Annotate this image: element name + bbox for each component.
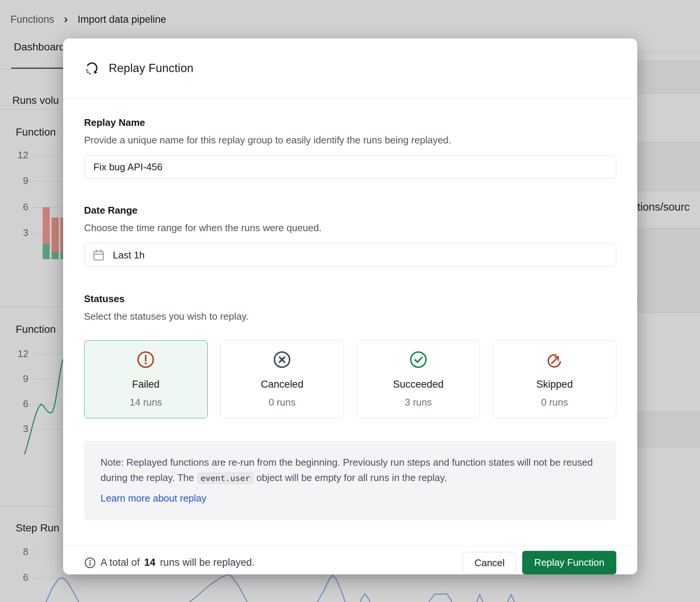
failed-exclamation-icon — [136, 350, 155, 369]
modal-body: Replay Name Provide a unique name for th… — [63, 99, 637, 546]
status-card-runs: 0 runs — [269, 397, 295, 408]
statuses-label: Statuses — [84, 293, 616, 305]
app-window: Functions › Import data pipeline Dashboa… — [0, 0, 700, 602]
replay-name-input[interactable] — [84, 155, 616, 179]
note-text: object will be empty for all runs in the… — [254, 472, 447, 483]
status-card-name: Succeeded — [393, 379, 443, 390]
date-range-description: Choose the time range for when the runs … — [84, 222, 616, 234]
date-range-value: Last 1h — [113, 249, 145, 261]
statuses-description: Select the statuses you wish to replay. — [84, 311, 616, 322]
replay-function-modal: Replay Function Replay Name Provide a un… — [63, 38, 637, 574]
status-card-name: Failed — [132, 379, 160, 390]
replay-name-label: Replay Name — [84, 117, 616, 128]
code-chip: event.user — [197, 472, 254, 484]
succeeded-check-icon — [409, 350, 428, 369]
learn-more-link[interactable]: Learn more about replay — [100, 491, 206, 506]
status-card-skipped[interactable]: Skipped 0 runs — [493, 340, 616, 418]
calendar-icon — [92, 248, 105, 262]
summary-count: 14 — [144, 557, 155, 568]
info-icon — [84, 557, 96, 569]
status-card-name: Skipped — [536, 379, 573, 390]
status-card-canceled[interactable]: Canceled 0 runs — [220, 340, 344, 418]
status-card-succeeded[interactable]: Succeeded 3 runs — [357, 340, 480, 418]
modal-title: Replay Function — [109, 62, 193, 75]
date-range-picker[interactable]: Last 1h — [84, 243, 616, 267]
summary-prefix: A total of — [100, 557, 140, 568]
status-card-failed[interactable]: Failed 14 runs — [84, 340, 208, 418]
status-card-runs: 3 runs — [405, 397, 432, 408]
modal-header: Replay Function — [63, 38, 637, 99]
status-card-name: Canceled — [261, 379, 303, 390]
summary-suffix: runs will be replayed. — [160, 557, 255, 568]
replay-note: Note: Replayed functions are re-run from… — [84, 441, 616, 520]
canceled-x-icon — [273, 350, 291, 369]
status-card-runs: 14 runs — [130, 397, 162, 408]
replay-function-button[interactable]: Replay Function — [522, 551, 616, 574]
status-cards: Failed 14 runs Canceled 0 runs — [84, 340, 616, 418]
modal-footer: A total of 14 runs will be replayed. Can… — [63, 546, 637, 574]
replay-icon — [84, 60, 100, 76]
skipped-arrow-icon — [545, 350, 564, 369]
replay-name-description: Provide a unique name for this replay gr… — [84, 134, 616, 146]
cancel-button[interactable]: Cancel — [463, 552, 516, 574]
replay-summary: A total of 14 runs will be replayed. — [84, 551, 255, 574]
status-card-runs: 0 runs — [541, 397, 568, 408]
date-range-label: Date Range — [84, 205, 616, 216]
